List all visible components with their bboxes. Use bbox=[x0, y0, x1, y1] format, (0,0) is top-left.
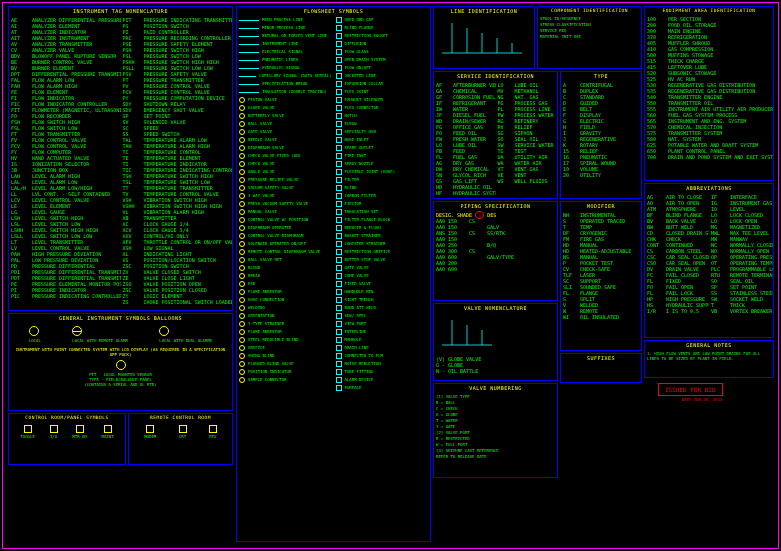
remote-ctrl-section: REMOTE CONTROL ROOM MODEMCRTRTU bbox=[128, 413, 233, 465]
flow-symbol-item: RESTRICTION SOCKET bbox=[336, 33, 429, 39]
flow-symbol-item: ANGLE VALVE bbox=[239, 169, 332, 175]
flow-symbol-item: SURFACE bbox=[336, 385, 429, 391]
line-id-diagram bbox=[437, 18, 527, 58]
flow-line-item: HYDRAULIC SIGNAL bbox=[239, 65, 332, 71]
section-title: EQUIPMENT AREA IDENTIFICATION bbox=[645, 7, 773, 14]
valve-num-section: VALVE NUMBERING [1] VALVE TYPEB = BALLC … bbox=[433, 383, 558, 478]
balloon-local-icon bbox=[29, 326, 39, 336]
flow-line-item: SPECIFICATION BREAK bbox=[239, 81, 332, 87]
flow-symbol-item: NEEDLE VALVE bbox=[239, 137, 332, 143]
flow-symbol-item: HANDHOLE REN. bbox=[336, 289, 429, 295]
section-title: SERVICE IDENTIFICATION bbox=[434, 72, 557, 80]
stamp-text: ISSUED FOR BID bbox=[658, 383, 723, 396]
flow-symbol-item: GATE VALVE bbox=[239, 129, 332, 135]
section-title: CONTROL ROOM/PANEL SYMBOLS bbox=[9, 414, 125, 421]
section-title: INSTRUMENT TAG NOMENCLATURE bbox=[9, 7, 232, 15]
flow-symbol-item: REMOTE CONTROL DIAPHRAGM VALVE bbox=[239, 249, 332, 255]
flow-symbol-item: VIEW PORT bbox=[336, 321, 429, 327]
stamp-block: ISSUED FOR BID DATE JAN 26, 2016 bbox=[658, 383, 723, 402]
drawing-frame: INSTRUMENT TAG NOMENCLATURE AEANALYZER D… bbox=[2, 2, 779, 549]
flow-symbol-item: SIGHT TRENCH bbox=[336, 297, 429, 303]
list-row: I/RI IS TO 0.5 bbox=[647, 308, 707, 314]
flow-line-item: ELECTRICAL SIGNAL bbox=[239, 49, 332, 55]
section-title: GENERAL INSTRUMENT SYMBOLS BALLOONS bbox=[9, 314, 232, 322]
flow-symbol-item: PISTON VALVE bbox=[239, 97, 332, 103]
flow-symbol-item: BALL VALVE-RET bbox=[239, 257, 332, 263]
flow-symbol-item: EXPANSION COLLAR bbox=[336, 81, 429, 87]
flow-symbol-item: SWING BLIND bbox=[239, 353, 332, 359]
piping-row: AA0 600 bbox=[436, 266, 555, 272]
comp-id-section: COMPONENT IDENTIFICATION SPOOL ID/SEQUEN… bbox=[537, 6, 642, 69]
flow-symbol-item: BALL VALVE bbox=[239, 121, 332, 127]
flow-symbol-item: BASKET STRAINER bbox=[336, 233, 429, 239]
flow-symbol-item: RESTRICTION ORIFICE bbox=[336, 249, 429, 255]
flow-symbol-item: FIXED VALVE bbox=[336, 281, 429, 287]
type-section: TYPE ACENTRIFUGALBDUPLEXCSTANDARDDGUIDED… bbox=[560, 71, 642, 199]
flow-symbol-item: FLAME ARRESTOR bbox=[239, 289, 332, 295]
section-title: GENERAL NOTES bbox=[645, 341, 773, 349]
flow-symbol-item: INSULATION SET bbox=[336, 209, 429, 215]
flow-symbol-item: SOLENOID OPERATED ON/OFF bbox=[239, 241, 332, 247]
flow-symbol-item: NOSE INLET bbox=[336, 137, 429, 143]
flow-symbol-item: BLIND bbox=[336, 185, 429, 191]
flow-symbol-item: EJECTOR bbox=[336, 201, 429, 207]
flow-symbol-item: STEEL REDUCIBLE BLIND bbox=[239, 337, 332, 343]
gen-notes-section: GENERAL NOTES 1. HIGH FLOW VENTS ARE LOW… bbox=[644, 340, 774, 378]
flow-symbol-item: FILTER FLANGE BLOCK bbox=[336, 217, 429, 223]
tag-col2: PITPRESSURE INDICATING TRANSMITTERPSPOSI… bbox=[121, 15, 233, 307]
flow-symbol-item: MANHOLE bbox=[336, 337, 429, 343]
ctrl-sym: TOGGLE bbox=[20, 425, 34, 439]
flow-line-item: INSULATION (DOUBLE TRACING) bbox=[239, 89, 332, 95]
flow-line-item: PNEUMATIC LINES bbox=[239, 57, 332, 63]
balloon-remote-icon bbox=[72, 326, 82, 336]
section-title: VALVE NUMBERING bbox=[434, 384, 557, 392]
flow-symbol-item: DIFFUSION bbox=[336, 41, 429, 47]
flow-symbol-item: GLOBE VALVE bbox=[239, 105, 332, 111]
flow-symbol-item: FLEX CONNECTOR bbox=[336, 105, 429, 111]
list-row: 20UTILITY bbox=[563, 172, 639, 178]
flow-symbol-item: OPEN DRAIN SYSTEM bbox=[336, 57, 429, 63]
flow-symbol-item: FLOW GLASS bbox=[336, 49, 429, 55]
flow-symbol-item: BUTTERFLY VALVE bbox=[239, 113, 332, 119]
list-row: ZSCHOKE POSITIONAL SWITCH LOADED bbox=[123, 299, 231, 305]
section-title: VALVE NOMENCLATURE bbox=[434, 304, 557, 312]
flow-symbol-item: FLANGED BLIND VALVE bbox=[239, 361, 332, 367]
flow-symbol-item: ESD bbox=[239, 281, 332, 287]
flow-symbol-item: WELDING bbox=[239, 305, 332, 311]
flow-symbol-item: USED ORD CAP bbox=[336, 17, 429, 23]
stamp-date: JAN 26, 2016 bbox=[694, 397, 723, 402]
flow-symbol-item: SPARE OUTLET bbox=[336, 145, 429, 151]
flow-symbol-item: Y-TYPE STRAINER bbox=[239, 321, 332, 327]
balloons-note2: PIT - LOCAL MOUNTED SENSOR TYPE - FIELD/… bbox=[9, 370, 232, 389]
flow-symbol-item: BREAK bbox=[239, 273, 332, 279]
section-title: MODIFIER bbox=[561, 202, 641, 210]
tag-col1: AEANALYZER DIFFERENTIAL PRESSUREAIANALYZ… bbox=[9, 15, 121, 307]
valve-num-item: REFER TO RELEASE DATE bbox=[436, 454, 555, 460]
list-row: WSWELL FLUIDS bbox=[498, 178, 556, 184]
remote-sym: MODEM bbox=[144, 425, 156, 439]
section-title: PIPING SPECIFICATION bbox=[434, 202, 557, 210]
flow-symbol-item: VACUUM SAFETY VALVE bbox=[239, 185, 332, 191]
instrument-tag-section: INSTRUMENT TAG NOMENCLATURE AEANALYZER D… bbox=[8, 6, 233, 311]
flow-symbol-item: CARBON FILTER bbox=[336, 193, 429, 199]
flow-symbol-item: BAND ATT-WELD bbox=[336, 305, 429, 311]
note-text: 1. HIGH FLOW VENTS ARE LOW POINT DRAINS … bbox=[645, 349, 773, 363]
list-row: VBVORTEX BREAKER bbox=[711, 308, 771, 314]
flow-symbol-item: BLIND bbox=[239, 265, 332, 271]
section-title: ABBREVIATIONS bbox=[645, 184, 773, 192]
section-title: TYPE bbox=[561, 72, 641, 80]
section-title: LINE IDENTIFICATION bbox=[434, 7, 534, 15]
section-title: SUFFIXES bbox=[561, 354, 641, 362]
section-title: FLOWSHEET SYMBOLS bbox=[237, 7, 430, 15]
flow-symbol-item: ORIFICE bbox=[239, 345, 332, 351]
valve-nom-section: VALVE NOMENCLATURE |V| GLOBE VALVEG - GL… bbox=[433, 303, 558, 381]
service-id-section: SERVICE IDENTIFICATION AFAFTERBURNER VEN… bbox=[433, 71, 558, 199]
flow-symbol-item: NOISE REDUCTION bbox=[336, 361, 429, 367]
flow-symbol-item: FLOW ON/OFF bbox=[336, 65, 429, 71]
flow-symbol-item: CONE VALVE bbox=[336, 273, 429, 279]
valve-nom-item: N - OIL BATTLE bbox=[436, 368, 555, 374]
flow-symbol-item: NOTCH bbox=[336, 113, 429, 119]
remote-sym: CRT bbox=[179, 425, 187, 439]
flow-symbol-item: CHECK VALVE-FIXED (ON) bbox=[239, 153, 332, 159]
piping-spec-section: PIPING SPECIFICATION DESIG.SHADE△DES AA0… bbox=[433, 201, 558, 301]
